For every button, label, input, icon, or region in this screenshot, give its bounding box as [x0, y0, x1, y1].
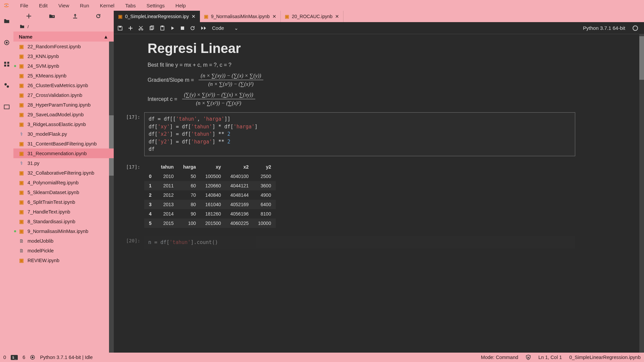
notebook-icon: ▣: [204, 14, 208, 19]
tabs-icon[interactable]: [3, 103, 10, 111]
file-item[interactable]: ▣24_SVM.ipynb: [13, 61, 114, 71]
status-mode[interactable]: Mode: Command: [481, 355, 518, 360]
menu-run[interactable]: Run: [74, 1, 95, 10]
file-name: 31_ContentBasedFiltering.ipynb: [28, 141, 97, 146]
menu-edit[interactable]: Edit: [34, 1, 53, 10]
file-item[interactable]: ▣6_SplitTrainTest.ipynb: [13, 197, 114, 207]
upload-icon[interactable]: [72, 13, 78, 19]
file-item[interactable]: ▣27_CrossValidation.ipynb: [13, 90, 114, 100]
new-launcher-icon[interactable]: [25, 13, 32, 19]
status-cursor[interactable]: Ln 1, Col 1: [538, 355, 562, 360]
menu-tabs[interactable]: Tabs: [120, 1, 141, 10]
output-prompt: [17]:: [117, 162, 144, 228]
file-item[interactable]: ▣22_RandomForest.ipynb: [13, 42, 114, 51]
file-item[interactable]: ▣31_Recommendation.ipynb: [13, 148, 114, 158]
copy-icon[interactable]: [149, 25, 154, 31]
kernel-status-icon[interactable]: [633, 25, 638, 31]
next-code-cell[interactable]: [20]: n = df['tahun'].count(): [117, 236, 631, 249]
tab[interactable]: ▣20_ROCAUC.ipynb✕: [281, 11, 343, 22]
running-icon[interactable]: [3, 39, 10, 46]
python-icon: ⚕: [19, 131, 24, 137]
status-file[interactable]: 0_SimpleLinearRegression.ipynb: [569, 355, 641, 360]
tab[interactable]: ▣9_NormalisasiMinMax.ipynb✕: [200, 11, 281, 22]
file-item[interactable]: 🗎modelJoblib: [13, 236, 114, 246]
stop-icon[interactable]: [180, 26, 184, 30]
run-icon[interactable]: [170, 26, 175, 31]
file-list[interactable]: ▣22_RandomForest.ipynb▣23_KNN.ipynb▣24_S…: [13, 42, 114, 353]
file-item[interactable]: ▣5_SklearnDataset.ipynb: [13, 187, 114, 197]
chevron-down-icon: ⌄: [234, 25, 238, 31]
file-name: 31.py: [28, 161, 39, 166]
settings-icon[interactable]: [3, 82, 10, 89]
notebook-scrollbar-track[interactable]: [639, 34, 644, 353]
file-item[interactable]: ▣23_KNN.ipynb: [13, 51, 114, 61]
file-item[interactable]: ▣4_PolynomialReg.ipynb: [13, 178, 114, 187]
refresh-icon[interactable]: [95, 13, 102, 19]
cut-icon[interactable]: [138, 25, 144, 31]
tab[interactable]: ▣0_SimpleLinearRegression.ipy✕: [114, 11, 200, 22]
notebook-icon: ▣: [19, 180, 24, 185]
menu-settings[interactable]: Settings: [141, 1, 170, 10]
file-name: REVIEW.ipynb: [28, 258, 59, 263]
kernel-name[interactable]: Python 3.7.1 64-bit: [583, 25, 625, 31]
menu-view[interactable]: View: [53, 1, 74, 10]
table-header: xy: [201, 162, 226, 172]
close-icon[interactable]: ✕: [335, 14, 339, 19]
paste-icon[interactable]: [160, 25, 165, 31]
file-item[interactable]: ▣3_RidgeLassoElastic.ipynb: [13, 119, 114, 129]
new-folder-icon[interactable]: [49, 13, 55, 19]
file-item[interactable]: ▣28_HyperParamTuning.ipynb: [13, 100, 114, 110]
file-item[interactable]: ▣26_ClusterEvaMetrics.ipynb: [13, 80, 114, 90]
notebook-body[interactable]: Regresi Linear Best fit line y = mx + c,…: [114, 34, 644, 353]
close-icon[interactable]: ✕: [272, 14, 276, 19]
status-terminals-count[interactable]: 6: [22, 355, 25, 360]
notebook-icon: ▣: [19, 151, 24, 156]
file-item[interactable]: ▣9_NormalisasiMinMax.ipynb: [13, 226, 114, 236]
status-left-num[interactable]: 0: [3, 355, 6, 360]
save-icon[interactable]: [117, 25, 123, 31]
file-item[interactable]: ▣32_CollaborativeFiltering.ipynb: [13, 168, 114, 178]
add-cell-icon[interactable]: [128, 26, 133, 31]
svg-rect-10: [73, 18, 77, 18]
notebook-icon: ▣: [19, 44, 24, 49]
menu-file[interactable]: File: [15, 1, 34, 10]
file-item[interactable]: ▣25_KMeans.ipynb: [13, 71, 114, 80]
file-item[interactable]: ▣REVIEW.ipynb: [13, 255, 114, 265]
file-item[interactable]: ▣29_SaveLoadModel.ipynb: [13, 110, 114, 119]
notebook-icon: ▣: [19, 258, 24, 263]
table-row: 020105010050040401002500: [144, 172, 276, 181]
menu-help[interactable]: Help: [170, 1, 191, 10]
file-item[interactable]: ▣31_ContentBasedFiltering.ipynb: [13, 139, 114, 148]
notebook-icon: ▣: [19, 122, 24, 127]
notebook-scrollbar-thumb[interactable]: [639, 36, 644, 80]
intercept-label: Intercept c =: [148, 96, 177, 102]
code-editor[interactable]: n = df['tahun'].count(): [144, 236, 575, 249]
run-all-icon[interactable]: [201, 26, 207, 31]
status-kernel[interactable]: Python 3.7.1 64-bit | Idle: [40, 355, 93, 360]
svg-rect-18: [181, 26, 184, 30]
commands-icon[interactable]: [3, 60, 10, 68]
restart-icon[interactable]: [190, 25, 195, 31]
file-item[interactable]: 🗎modelPickle: [13, 246, 114, 255]
file-item[interactable]: ⚕30_modelFlask.py: [13, 129, 114, 139]
cell-type-select[interactable]: Code ⌄: [212, 25, 238, 31]
markdown-text: Best fit line y = mx + c, m = ?, c = ?: [148, 62, 631, 68]
file-item[interactable]: ▣8_Standardisasi.ipynb: [13, 217, 114, 226]
gradient-label: Gradient/Slope m =: [148, 77, 194, 83]
file-item[interactable]: ▣7_HandleText.ipynb: [13, 207, 114, 217]
notebook-icon: ▣: [19, 209, 24, 215]
table-row: 320138016104040521696400: [144, 200, 276, 209]
close-icon[interactable]: ✕: [192, 14, 196, 19]
terminal-icon[interactable]: $_: [11, 355, 18, 360]
folder-icon[interactable]: [3, 17, 10, 25]
file-list-header[interactable]: Name ▲: [13, 32, 114, 42]
breadcrumb[interactable]: /: [13, 21, 114, 32]
code-editor[interactable]: df = df[['tahun', 'harga']] df['xy'] = d…: [144, 112, 575, 156]
code-cell[interactable]: [17]: df = df[['tahun', 'harga']] df['xy…: [117, 112, 631, 156]
file-item[interactable]: ⚕31.py: [13, 158, 114, 168]
file-name: 29_SaveLoadModel.ipynb: [28, 112, 84, 117]
menu-kernel[interactable]: Kernel: [95, 1, 120, 10]
file-icon: 🗎: [19, 238, 24, 244]
trust-icon[interactable]: [526, 355, 531, 360]
lsp-icon[interactable]: [30, 355, 35, 360]
